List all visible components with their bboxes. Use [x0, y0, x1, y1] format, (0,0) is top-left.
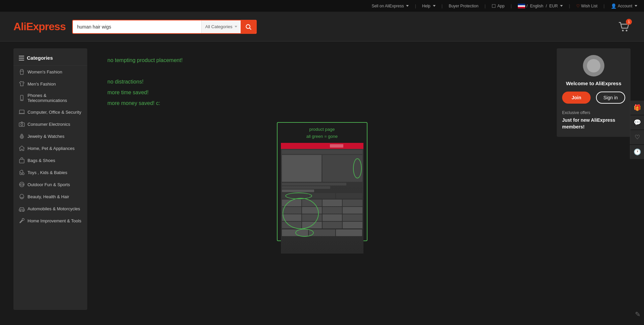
- svg-point-3: [626, 30, 628, 31]
- help-menu[interactable]: Help: [422, 4, 436, 8]
- exclusive-label: Exclusive offers: [562, 110, 625, 115]
- car-icon: [19, 206, 25, 212]
- sidebar-label: Home Improvement & Tools: [28, 218, 81, 223]
- promo-line3: no distractions!: [107, 76, 537, 87]
- floating-gift-button[interactable]: 🎁: [630, 101, 644, 115]
- sidebar-item-home-improvement[interactable]: Home Improvement & Tools: [13, 215, 87, 227]
- sidebar-label: Men's Fashion: [28, 82, 56, 87]
- bag-icon: [19, 157, 25, 163]
- product-preview-box: product page all green = gone: [277, 122, 367, 241]
- svg-point-16: [22, 173, 24, 175]
- edit-icon[interactable]: ✎: [635, 310, 641, 318]
- sidebar-item-beauty[interactable]: Beauty, Health & Hair: [13, 191, 87, 203]
- currency-separator: /: [545, 4, 548, 8]
- exclusive-desc: Just for new AliExpress members!: [562, 117, 625, 130]
- sports-icon: [19, 181, 25, 187]
- sidebar-label: Bags & Shoes: [28, 158, 55, 163]
- signin-button[interactable]: Sign in: [596, 92, 625, 104]
- promo-spacer: [107, 66, 537, 76]
- sidebar-item-jewelry[interactable]: Jewelry & Watches: [13, 130, 87, 142]
- sidebar-label: Toys , Kids & Babies: [28, 170, 67, 175]
- preview-line1: product page: [281, 126, 363, 133]
- floating-panel: 🎁 💬 ♡ 🕐: [630, 101, 644, 159]
- wishlist-label: Wish List: [581, 4, 598, 8]
- sidebar-label: Outdoor Fun & Sports: [28, 182, 70, 187]
- sidebar-item-phones[interactable]: Phones & Telecommunications: [13, 90, 87, 106]
- category-chevron-icon: [235, 26, 237, 28]
- sidebar-item-home[interactable]: Home, Pet & Appliances: [13, 142, 87, 154]
- app-label: App: [497, 4, 504, 8]
- language-label: /: [527, 4, 529, 8]
- sidebar-label: Computer, Office & Security: [28, 110, 81, 115]
- app-link[interactable]: ☐ App: [492, 3, 504, 9]
- sidebar-item-consumer-electronics[interactable]: Consumer Electronics: [13, 118, 87, 130]
- svg-rect-6: [19, 60, 24, 61]
- svg-point-0: [246, 24, 250, 29]
- currency-value: EUR: [549, 4, 558, 8]
- language-selector[interactable]: / English / EUR: [518, 4, 563, 8]
- account-menu[interactable]: 👤 Account: [611, 3, 637, 9]
- promo-line1: no tempting product placement!: [107, 55, 537, 66]
- ring-icon: [19, 133, 25, 139]
- phone-icon: [19, 95, 25, 101]
- sidebar-item-bags[interactable]: Bags & Shoes: [13, 154, 87, 166]
- cart-button[interactable]: 1: [617, 20, 631, 34]
- svg-rect-10: [19, 123, 24, 126]
- right-panel: Welcome to AliExpress Join Sign in Exclu…: [557, 48, 631, 310]
- wishlist-link[interactable]: ♡ Wish List: [576, 4, 598, 8]
- preview-label: product page all green = gone: [281, 126, 363, 140]
- floating-history-button[interactable]: 🕐: [630, 145, 644, 159]
- welcome-box: Welcome to AliExpress Join Sign in Exclu…: [557, 48, 631, 137]
- main-content: Categories Women's Fashion Men's Fashion…: [0, 42, 644, 317]
- svg-rect-5: [19, 58, 24, 59]
- screenshot-sim: [281, 143, 363, 254]
- sidebar-title: Categories: [27, 55, 53, 61]
- sidebar-item-computer[interactable]: Computer, Office & Security: [13, 106, 87, 118]
- categories-sidebar: Categories Women's Fashion Men's Fashion…: [13, 48, 87, 310]
- svg-line-1: [250, 28, 251, 30]
- beauty-icon: [19, 194, 25, 200]
- avatar-image: [587, 59, 600, 72]
- svg-point-12: [20, 135, 23, 139]
- category-dropdown[interactable]: All Categories: [201, 20, 241, 33]
- search-button[interactable]: [241, 20, 256, 33]
- avatar: [583, 55, 604, 76]
- buyer-protection-label: Buyer Protection: [449, 4, 479, 8]
- sidebar-item-mens-fashion[interactable]: Men's Fashion: [13, 78, 87, 90]
- shirt-icon: [19, 81, 25, 87]
- svg-point-13: [21, 136, 23, 138]
- floating-wishlist-button[interactable]: ♡: [630, 130, 644, 144]
- promo-line5: more money saved! c:: [107, 98, 537, 109]
- sidebar-item-womens-fashion[interactable]: Women's Fashion: [13, 66, 87, 78]
- svg-rect-9: [19, 110, 24, 113]
- sell-on-aliexpress[interactable]: Sell on AliExpress: [371, 4, 409, 8]
- svg-point-17: [19, 182, 24, 187]
- search-input[interactable]: [73, 20, 201, 33]
- sidebar-label: Women's Fashion: [28, 69, 62, 74]
- sell-label: Sell on AliExpress: [371, 4, 404, 8]
- svg-point-8: [21, 100, 22, 100]
- search-icon: [245, 23, 252, 30]
- sidebar-item-automobiles[interactable]: Automobiles & Motorcycles: [13, 203, 87, 215]
- join-button[interactable]: Join: [562, 92, 591, 104]
- help-label: Help: [422, 4, 431, 8]
- svg-rect-14: [19, 159, 24, 163]
- sidebar-item-toys[interactable]: Toys , Kids & Babies: [13, 166, 87, 178]
- exclusive-offers-section: Exclusive offers Just for new AliExpress…: [562, 110, 625, 130]
- language-chevron-icon: [560, 5, 563, 7]
- category-label: All Categories: [205, 24, 232, 29]
- dress-icon: [19, 69, 25, 75]
- cart-badge: 1: [626, 19, 632, 25]
- sidebar-label: Jewelry & Watches: [28, 134, 64, 139]
- promo-line4: more time saved!: [107, 87, 537, 98]
- welcome-title: Welcome to AliExpress: [562, 80, 625, 86]
- menu-icon: [19, 55, 24, 61]
- sell-chevron-icon: [406, 5, 409, 7]
- floating-chat-button[interactable]: 💬: [630, 115, 644, 129]
- account-label: Account: [618, 4, 632, 8]
- buyer-protection[interactable]: Buyer Protection: [449, 4, 479, 8]
- svg-point-15: [20, 173, 22, 175]
- aliexpress-logo[interactable]: AliExpress: [13, 20, 65, 33]
- sidebar-item-outdoor[interactable]: Outdoor Fun & Sports: [13, 178, 87, 191]
- sidebar-label: Beauty, Health & Hair: [28, 194, 69, 199]
